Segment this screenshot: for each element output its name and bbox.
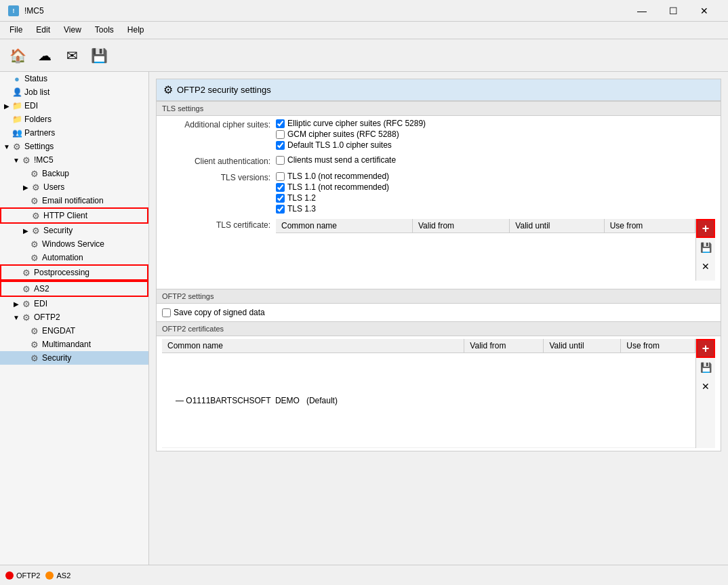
cipher-elliptic-checkbox[interactable] — [276, 119, 285, 128]
client-auth-label: Client authentication: — [162, 155, 270, 166]
sidebar-item-partners[interactable]: 👥 Partners — [0, 126, 148, 140]
sidebar-item-http-client[interactable]: ⚙ HTTP Client — [0, 207, 148, 224]
sidebar-item-backup[interactable]: ⚙ Backup — [0, 167, 148, 180]
sidebar-item-as2[interactable]: ⚙ AS2 — [0, 281, 148, 297]
sidebar-label-folders: Folders — [24, 115, 52, 124]
sidebar: ● Status 👤 Job list ▶ 📁 EDI 📁 Folders 👥 … — [0, 72, 149, 565]
sidebar-item-engdat[interactable]: ⚙ ENGDAT — [0, 324, 148, 338]
tls-add-cert-button[interactable]: + — [696, 219, 715, 238]
content-area: ⚙ OFTP2 security settings TLS settings A… — [149, 72, 728, 565]
upload-button[interactable]: ☁ — [33, 43, 57, 68]
status-dot-as2 — [45, 571, 54, 580]
sidebar-item-security-imc5[interactable]: ▶ ⚙ Security — [0, 224, 148, 237]
tls12-checkbox[interactable] — [276, 194, 285, 203]
tls12-row: TLS 1.2 — [276, 193, 715, 203]
save-copy-checkbox[interactable] — [162, 308, 171, 317]
email-icon: ✉ — [66, 47, 78, 64]
sidebar-item-automation[interactable]: ⚙ Automation — [0, 251, 148, 264]
menubar: File Edit View Tools Help — [0, 22, 728, 39]
expand-arrow-oftp2: ▼ — [12, 313, 20, 321]
oftp2-delete-cert-button[interactable]: ✕ — [696, 377, 715, 396]
tls-cert-col-valid-until: Valid until — [510, 219, 604, 233]
cipher-gcm-checkbox[interactable] — [276, 130, 285, 139]
tls10-checkbox[interactable] — [276, 172, 285, 181]
menu-help[interactable]: Help — [121, 23, 151, 37]
tls-delete-cert-button[interactable]: ✕ — [696, 257, 715, 276]
cipher-gcm-label: GCM cipher suites (RFC 5288) — [287, 129, 399, 139]
oftp2-gear-icon: ⚙ — [22, 312, 31, 322]
sidebar-label-backup: Backup — [42, 169, 69, 178]
folders-icon: 📁 — [12, 115, 22, 124]
oftp2-cert-col-valid-until: Valid until — [544, 339, 621, 353]
client-auth-row: Client authentication: Clients must send… — [157, 153, 721, 169]
expand-arrow-edi-settings: ▶ — [12, 300, 20, 308]
sidebar-item-edi-top[interactable]: ▶ 📁 EDI — [0, 99, 148, 113]
tls11-label: TLS 1.1 (not recommended) — [287, 182, 389, 192]
expand-arrow-users: ▶ — [22, 183, 30, 191]
home-button[interactable]: 🏠 — [5, 43, 30, 68]
status-label-oftp2: OFTP2 — [16, 571, 40, 580]
client-auth-checkbox[interactable] — [276, 156, 285, 165]
tls-cert-col-name: Common name — [276, 219, 412, 233]
app-icon: ! — [8, 5, 19, 16]
cipher-gcm-row: GCM cipher suites (RFC 5288) — [276, 129, 715, 139]
sidebar-item-windows-service[interactable]: ⚙ Windows Service — [0, 237, 148, 251]
save-copy-label: Save copy of signed data — [174, 308, 265, 317]
tls13-label: TLS 1.3 — [287, 204, 316, 214]
sidebar-item-users[interactable]: ▶ ⚙ Users — [0, 180, 148, 194]
tls11-checkbox[interactable] — [276, 183, 285, 192]
tls-save-cert-button[interactable]: 💾 — [696, 238, 715, 257]
save-button[interactable]: 💾 — [87, 43, 111, 68]
oftp2-table-buttons: + 💾 ✕ — [695, 339, 715, 448]
sidebar-item-security-oftp2[interactable]: ⚙ Security — [0, 351, 148, 365]
close-button[interactable]: ✕ — [689, 0, 720, 22]
maximize-button[interactable]: ☐ — [658, 0, 689, 22]
sidebar-label-imc5: !MC5 — [34, 155, 54, 165]
additional-ciphers-row: Additional cipher suites: Elliptic curve… — [157, 116, 721, 153]
menu-file[interactable]: File — [3, 23, 29, 37]
partners-icon: 👥 — [12, 128, 22, 138]
sidebar-label-http-client: HTTP Client — [43, 211, 87, 220]
sidebar-label-security-imc5: Security — [43, 226, 73, 235]
sidebar-label-settings: Settings — [24, 142, 54, 151]
toolbar: 🏠 ☁ ✉ 💾 — [0, 39, 728, 72]
sidebar-item-folders[interactable]: 📁 Folders — [0, 113, 148, 126]
security-imc5-gear-icon: ⚙ — [31, 226, 41, 235]
save-copy-checkbox-row: Save copy of signed data — [162, 308, 265, 317]
oftp2-settings-section: OFTP2 settings — [157, 289, 721, 304]
oftp2-save-cert-button[interactable]: 💾 — [696, 358, 715, 377]
settings-gear-icon: ⚙ — [12, 142, 22, 151]
cipher-default-tls-checkbox[interactable] — [276, 141, 285, 150]
sidebar-label-joblist: Job list — [24, 87, 49, 97]
sidebar-item-edi-settings[interactable]: ▶ ⚙ EDI — [0, 297, 148, 310]
minimize-button[interactable]: — — [626, 0, 658, 22]
oftp2-cert-table-container: Common name Valid from Valid until Use f… — [162, 339, 715, 448]
status-icon: ● — [12, 74, 22, 83]
sidebar-item-oftp2[interactable]: ▼ ⚙ OFTP2 — [0, 310, 148, 324]
menu-edit[interactable]: Edit — [29, 23, 57, 37]
sidebar-label-edi-top: EDI — [24, 101, 38, 110]
tls13-checkbox[interactable] — [276, 205, 285, 214]
menu-tools[interactable]: Tools — [88, 23, 121, 37]
sidebar-item-imc5[interactable]: ▼ ⚙ !MC5 — [0, 153, 148, 167]
sidebar-item-email[interactable]: ⚙ Email notification — [0, 194, 148, 207]
tls-cert-table: Common name Valid from Valid until Use f… — [276, 219, 695, 281]
oftp2-table-with-buttons: Common name Valid from Valid until Use f… — [162, 339, 715, 448]
tls-versions-row: TLS versions: TLS 1.0 (not recommended) … — [157, 169, 721, 216]
sidebar-item-joblist[interactable]: 👤 Job list — [0, 85, 148, 99]
tls12-label: TLS 1.2 — [287, 193, 316, 203]
oftp2-add-cert-button[interactable]: + — [696, 339, 715, 358]
sidebar-item-multimandant[interactable]: ⚙ Multimandant — [0, 338, 148, 351]
email-button[interactable]: ✉ — [60, 43, 84, 68]
titlebar-left: ! !MC5 — [8, 5, 44, 16]
sidebar-item-postprocessing[interactable]: ⚙ Postprocessing — [0, 264, 148, 281]
oftp2-cert-table: Common name Valid from Valid until Use f… — [162, 339, 695, 448]
additional-ciphers-label: Additional cipher suites: — [162, 119, 270, 129]
sidebar-item-settings[interactable]: ▼ ⚙ Settings — [0, 140, 148, 153]
titlebar-controls: — ☐ ✕ — [626, 0, 720, 22]
client-auth-controls: Clients must send a certificate — [276, 155, 715, 165]
save-copy-row: Save copy of signed data — [157, 304, 721, 321]
sidebar-item-status[interactable]: ● Status — [0, 72, 148, 85]
menu-view[interactable]: View — [57, 23, 88, 37]
status-label-as2: AS2 — [56, 571, 70, 580]
